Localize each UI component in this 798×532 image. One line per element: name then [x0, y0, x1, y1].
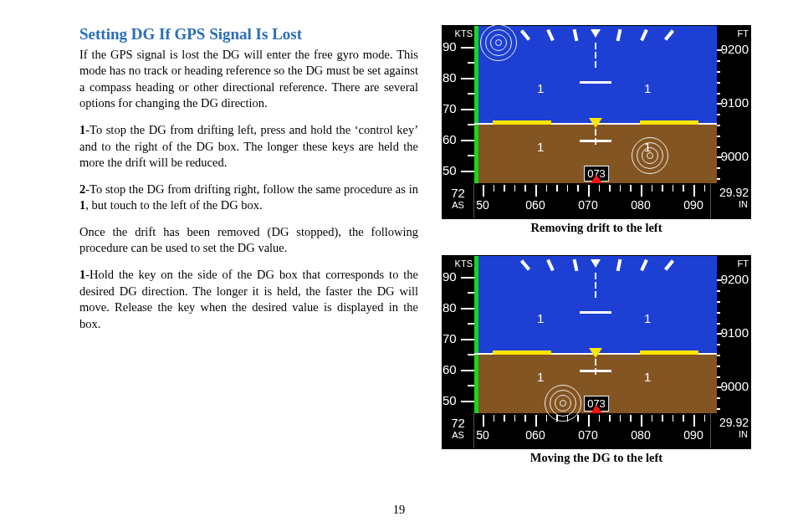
- dg-marker: [591, 405, 602, 413]
- airspeed-value: 80: [442, 70, 460, 84]
- sky: [474, 256, 717, 354]
- dg-tick-label: 50: [476, 428, 489, 442]
- airspeed-arc: [474, 256, 478, 415]
- dg-tick-label: 070: [578, 198, 597, 212]
- paragraph-step1b: 1-Hold the key on the side of the DG box…: [79, 267, 418, 332]
- touch-indicator-icon: [632, 137, 668, 174]
- dg-tick-label: 50: [476, 198, 489, 212]
- figure-column: KTSFT9080706050920091009000111107372AS29…: [442, 25, 751, 524]
- airspeed-readout: 72AS: [442, 413, 474, 448]
- altitude-value: 9000: [721, 149, 749, 163]
- touch-indicator-icon: [480, 24, 517, 61]
- step-text: -Hold the key on the side of the DG box …: [79, 268, 418, 330]
- altitude-value: 9200: [721, 42, 749, 56]
- spacer: [442, 240, 751, 250]
- touch-indicator-icon: [545, 385, 581, 422]
- paragraph-intro: If the GPS signal is lost the DG will en…: [79, 47, 418, 112]
- document-page: Setting DG If GPS Signal Is Lost If the …: [0, 0, 798, 532]
- ft-label: FT: [717, 257, 750, 269]
- paragraph-step1: 1-To stop the DG from drifting left, pre…: [79, 122, 418, 171]
- airspeed-value: 70: [442, 331, 460, 345]
- airspeed-tape: 9080706050: [442, 256, 474, 415]
- ft-label: FT: [717, 27, 750, 38]
- dg-tick-label: 080: [631, 198, 650, 212]
- paragraph-step2: 2-To stop the DG from drifting right, fo…: [79, 182, 418, 214]
- dg-tick-label: 070: [578, 428, 597, 442]
- dg-tick-label: 090: [683, 428, 703, 442]
- altitude-tape: 920091009000: [717, 256, 750, 415]
- text-column: Setting DG If GPS Signal Is Lost If the …: [79, 25, 418, 524]
- airspeed-value: 60: [442, 362, 460, 376]
- airspeed-value: 60: [442, 132, 460, 146]
- dg-marker: [591, 175, 602, 183]
- altitude-value: 9000: [721, 379, 749, 393]
- figure-caption: Removing drift to the left: [442, 221, 751, 235]
- altitude-value: 9100: [721, 325, 749, 340]
- horizon-line: [474, 123, 717, 125]
- bottom-bar: 72AS29.92IN50060070080090: [442, 183, 750, 218]
- airspeed-arc: [474, 26, 478, 185]
- pfd-display[interactable]: KTSFT9080706050920091009000111107372AS29…: [442, 255, 751, 449]
- kts-label: KTS: [442, 257, 474, 269]
- kts-label: KTS: [442, 27, 474, 38]
- paragraph-transition: Once the drift has been removed (DG stop…: [79, 224, 418, 257]
- dg-tick-label: 090: [683, 198, 703, 212]
- dg-tick-label: 060: [525, 428, 545, 442]
- page-number: 19: [0, 503, 798, 517]
- airspeed-value: 90: [442, 269, 460, 284]
- altitude-tape: 920091009000: [717, 26, 750, 185]
- dg-tick-label: 080: [631, 428, 650, 442]
- airspeed-tape: 9080706050: [442, 26, 474, 185]
- baro-readout: 29.92IN: [710, 183, 750, 218]
- section-heading: Setting DG If GPS Signal Is Lost: [79, 25, 418, 44]
- airspeed-value: 70: [442, 101, 460, 115]
- airspeed-value: 80: [442, 300, 460, 315]
- pfd-display[interactable]: KTSFT9080706050920091009000111107372AS29…: [442, 25, 751, 219]
- dg-scale[interactable]: 50060070080090: [474, 413, 710, 448]
- airspeed-readout: 72AS: [442, 183, 474, 218]
- dg-tick-label: 060: [525, 198, 545, 212]
- step-text-cont: , but touch to the left of the DG box.: [85, 198, 262, 212]
- figure-2: KTSFT9080706050920091009000111107372AS29…: [442, 255, 751, 465]
- horizon-line: [474, 353, 717, 355]
- figure-caption: Moving the DG to the left: [442, 451, 751, 465]
- dg-scale[interactable]: 50060070080090: [474, 183, 710, 218]
- altitude-value: 9200: [721, 272, 749, 286]
- step-text: -To stop the DG from drifting right, fol…: [85, 182, 418, 196]
- bottom-bar: 72AS29.92IN50060070080090: [442, 413, 750, 448]
- baro-readout: 29.92IN: [710, 413, 750, 448]
- airspeed-value: 50: [442, 393, 460, 407]
- altitude-value: 9100: [721, 95, 749, 110]
- step-text: -To stop the DG from drifting left, pres…: [79, 123, 418, 169]
- figure-1: KTSFT9080706050920091009000111107372AS29…: [442, 25, 751, 235]
- airspeed-value: 90: [442, 39, 460, 54]
- airspeed-value: 50: [442, 163, 460, 177]
